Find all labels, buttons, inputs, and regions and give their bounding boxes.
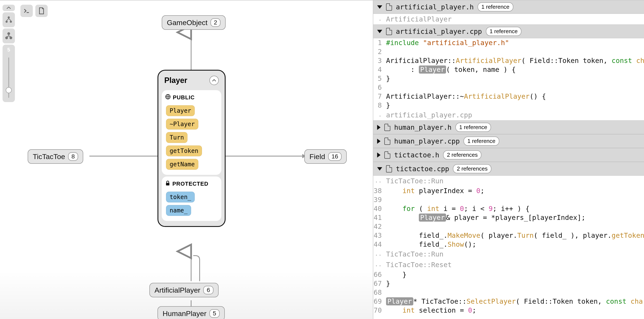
line-number: 41: [373, 214, 386, 222]
node-field[interactable]: Field 16: [304, 149, 347, 164]
chevron-down-icon[interactable]: [377, 5, 382, 9]
file-header[interactable]: artificial_player.h1 reference: [373, 0, 644, 14]
context-line[interactable]: ..TicTacToe::Run: [373, 249, 644, 260]
method-chip[interactable]: ~Player: [166, 119, 198, 129]
code-line[interactable]: 66 }: [373, 270, 644, 279]
reference-badge[interactable]: 1 reference: [478, 2, 513, 11]
line-number: 4: [373, 65, 386, 74]
context-text: TicTacToe::Run: [386, 177, 444, 185]
code-line[interactable]: 70 int selection = 0;: [373, 306, 644, 315]
file-header[interactable]: human_player.h1 reference: [373, 120, 644, 134]
node-gameobject[interactable]: GameObject 2: [162, 15, 226, 30]
graph-tree-icon[interactable]: [2, 28, 15, 43]
ref-badge: 6: [203, 286, 214, 294]
svg-point-4: [8, 32, 10, 35]
code-line[interactable]: 69Player* TicTacToe::SelectPlayer( Field…: [373, 297, 644, 306]
line-number: 40: [373, 205, 386, 213]
context-text: ArtificialPlayer: [386, 15, 452, 23]
code-line[interactable]: 3ArificialPlayer::ArtificialPlayer( Fiel…: [373, 56, 644, 65]
context-gutter: ..: [373, 261, 386, 269]
code-text: Player* TicTacToe::SelectPlayer( Field::…: [386, 297, 644, 306]
code-line[interactable]: 42: [373, 222, 644, 231]
context-text: TicTacToe::Run: [386, 250, 444, 258]
svg-point-2: [6, 21, 8, 23]
graph-connected-icon[interactable]: [2, 12, 15, 27]
globe-icon: [165, 94, 171, 101]
code-line[interactable]: 1#include "artificial_player.h": [373, 38, 644, 47]
file-header[interactable]: tictactoe.h2 references: [373, 148, 644, 162]
node-artificialplayer[interactable]: ArtificialPlayer 6: [150, 283, 218, 297]
file-header[interactable]: human_player.cpp1 reference: [373, 134, 644, 148]
code-line[interactable]: 2: [373, 47, 644, 56]
ref-badge: 16: [328, 152, 342, 161]
code-line[interactable]: 68: [373, 288, 644, 297]
file-header[interactable]: artificial_player.cpp1 reference: [373, 24, 644, 38]
line-number: 44: [373, 240, 386, 248]
node-label: TicTacToe: [33, 152, 65, 161]
code-text: int playerIndex = 0;: [386, 187, 484, 195]
code-line[interactable]: 4 : Player( token, name ) {: [373, 65, 644, 74]
line-number: 7: [373, 92, 386, 100]
code-text: #include "artificial_player.h": [386, 39, 509, 47]
line-number: 8: [373, 101, 386, 109]
code-line[interactable]: 8}: [373, 101, 644, 110]
context-line[interactable]: .ArtificialPlayer: [373, 14, 644, 24]
code-line[interactable]: 44 field_.Show();: [373, 240, 644, 249]
class-name: Player: [164, 76, 187, 85]
svg-point-5: [6, 37, 8, 39]
node-tictactoe[interactable]: TicTacToe 8: [28, 149, 83, 164]
code-text: }: [386, 271, 406, 279]
method-chip[interactable]: Player: [166, 105, 195, 116]
diagram-panel[interactable]: 5 GameObject 2 TicTacToe 8 Field: [0, 0, 373, 319]
code-text: ArificialPlayer::ArtificialPlayer( Field…: [386, 56, 644, 65]
slider-knob[interactable]: [6, 87, 12, 93]
terminal-icon[interactable]: [20, 5, 33, 17]
method-chip[interactable]: Turn: [166, 132, 188, 143]
context-line[interactable]: .artificial_player.cpp: [373, 110, 644, 120]
code-line[interactable]: 6: [373, 83, 644, 92]
reference-badge[interactable]: 2 references: [443, 150, 482, 159]
code-line[interactable]: 39: [373, 195, 644, 204]
code-line[interactable]: 40 for ( int i = 0; i < 9; i++ ) {: [373, 204, 644, 213]
file-header[interactable]: tictactoe.cpp2 references: [373, 162, 644, 176]
method-chip[interactable]: getToken: [166, 145, 202, 156]
file-icon: [386, 165, 392, 172]
code-panel[interactable]: artificial_player.h1 reference.Artificia…: [373, 0, 644, 319]
collapse-up-icon[interactable]: [2, 5, 15, 11]
method-chip[interactable]: getName: [166, 159, 198, 170]
node-humanplayer[interactable]: HumanPlayer 5: [158, 306, 225, 319]
code-text: int selection = 0;: [386, 306, 476, 314]
chevron-down-icon[interactable]: [377, 30, 382, 33]
context-line[interactable]: ..TicTacToe::Run: [373, 176, 644, 186]
section-public: PUBLIC Player~PlayerTurngetTokengetName: [162, 90, 221, 175]
chevron-right-icon[interactable]: [377, 139, 380, 144]
file-icon: [386, 3, 392, 11]
reference-badge[interactable]: 1 reference: [456, 123, 491, 132]
code-line[interactable]: 41 Player& player = *players_[playerInde…: [373, 213, 644, 222]
chevron-right-icon[interactable]: [377, 125, 380, 130]
node-label: GameObject: [167, 18, 208, 27]
context-line[interactable]: ..TicTacToe::Reset: [373, 260, 644, 270]
node-label: ArtificialPlayer: [154, 286, 200, 294]
reference-badge[interactable]: 2 references: [453, 164, 492, 173]
collapse-icon[interactable]: [210, 76, 219, 85]
field-chip[interactable]: name_: [166, 205, 191, 216]
new-file-icon[interactable]: [35, 5, 48, 17]
line-number: 5: [373, 74, 386, 82]
reference-badge[interactable]: 1 reference: [486, 27, 522, 36]
chevron-down-icon[interactable]: [377, 167, 382, 171]
code-line[interactable]: 5}: [373, 74, 644, 83]
code-line[interactable]: 7ArtificialPlayer::~ArtificialPlayer() {: [373, 92, 644, 101]
context-gutter: ..: [373, 177, 386, 185]
code-line[interactable]: 43 field_.MakeMove( player.Turn( field_ …: [373, 231, 644, 240]
line-number: 38: [373, 187, 386, 195]
code-text: Player& player = *players_[playerIndex];: [386, 214, 586, 222]
code-line[interactable]: 67}: [373, 279, 644, 288]
field-chip[interactable]: token_: [166, 192, 195, 202]
chevron-right-icon[interactable]: [377, 152, 380, 158]
file-name: artificial_player.cpp: [396, 27, 482, 35]
zoom-slider[interactable]: 5: [2, 45, 15, 102]
reference-badge[interactable]: 1 reference: [464, 137, 499, 146]
class-card-player[interactable]: Player PUBLIC Player~PlayerTurngetTokeng…: [158, 70, 226, 227]
code-line[interactable]: 38 int playerIndex = 0;: [373, 186, 644, 195]
